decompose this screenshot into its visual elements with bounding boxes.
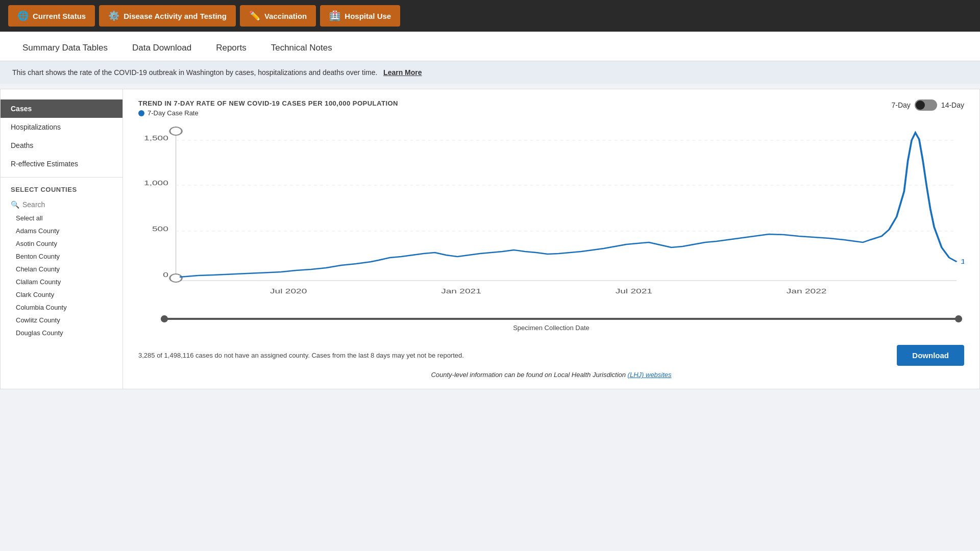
- svg-text:124.3: 124.3: [961, 258, 964, 265]
- lhj-link[interactable]: (LHJ) websites: [628, 371, 672, 379]
- range-slider[interactable]: [159, 316, 964, 322]
- county-note-text: County-level information can be found on…: [431, 371, 626, 379]
- legend-dot: [138, 110, 144, 116]
- county-clark[interactable]: Clark County: [1, 288, 122, 301]
- tab-reports[interactable]: Reports: [204, 37, 259, 61]
- vaccination-button[interactable]: ✏️ Vaccination: [240, 5, 316, 27]
- county-select-all[interactable]: Select all: [1, 212, 122, 224]
- county-search-input[interactable]: [22, 201, 112, 209]
- info-text: This chart shows the rate of the COVID-1…: [12, 68, 377, 77]
- sub-tab-bar: Summary Data Tables Data Download Report…: [0, 32, 980, 61]
- county-asotin[interactable]: Asotin County: [1, 237, 122, 250]
- tab-summary[interactable]: Summary Data Tables: [10, 37, 120, 61]
- current-status-label: Current Status: [33, 12, 86, 20]
- svg-point-9: [170, 127, 182, 135]
- county-benton[interactable]: Benton County: [1, 250, 122, 263]
- pencil-icon: ✏️: [249, 10, 260, 21]
- sidebar-item-r-effective[interactable]: R-effective Estimates: [1, 155, 122, 173]
- slider-track: [161, 318, 962, 320]
- toggle-knob: [916, 101, 925, 110]
- county-cowlitz[interactable]: Cowlitz County: [1, 314, 122, 327]
- legend-label: 7-Day Case Rate: [148, 109, 199, 117]
- svg-text:Jul 2021: Jul 2021: [616, 287, 652, 294]
- chart-svg-container: 1,500 1,000 500 0 Jul 2020 Jan 2021 Jul: [138, 120, 964, 316]
- vaccination-label: Vaccination: [264, 12, 307, 20]
- x-axis-title: Specimen Collection Date: [138, 324, 964, 332]
- svg-text:0: 0: [163, 271, 168, 278]
- svg-point-10: [170, 274, 182, 282]
- county-adams[interactable]: Adams County: [1, 224, 122, 237]
- day-toggle-container: 7-Day 14-Day: [892, 99, 965, 111]
- county-search-container: 🔍: [1, 197, 122, 212]
- sidebar-item-cases[interactable]: Cases: [1, 99, 122, 118]
- sidebar-separator: [1, 177, 122, 178]
- county-footer-note: County-level information can be found on…: [138, 371, 964, 379]
- gear-icon: ⚙️: [108, 10, 119, 21]
- county-columbia[interactable]: Columbia County: [1, 301, 122, 314]
- chart-header: TREND IN 7-DAY RATE OF NEW COVID-19 CASE…: [138, 99, 964, 117]
- slider-thumb-left[interactable]: [161, 315, 168, 322]
- download-button[interactable]: Download: [897, 345, 964, 366]
- chart-area: TREND IN 7-DAY RATE OF NEW COVID-19 CASE…: [123, 89, 979, 389]
- day-toggle-switch[interactable]: [915, 99, 937, 111]
- tab-download[interactable]: Data Download: [120, 37, 204, 61]
- info-bar: This chart shows the rate of the COVID-1…: [0, 61, 980, 84]
- learn-more-link[interactable]: Learn More: [383, 68, 422, 77]
- sidebar-item-hospitalizations[interactable]: Hospitalizations: [1, 118, 122, 136]
- hospital-icon: 🏥: [329, 10, 340, 21]
- footer-note: 3,285 of 1,498,116 cases do not have an …: [138, 352, 464, 359]
- svg-text:Jan 2021: Jan 2021: [441, 287, 481, 294]
- counties-section-title: SELECT COUNTIES: [1, 182, 122, 197]
- tab-technical[interactable]: Technical Notes: [259, 37, 345, 61]
- slider-thumb-right[interactable]: [955, 315, 962, 322]
- toggle-14day-label: 14-Day: [941, 101, 964, 109]
- svg-text:Jan 2022: Jan 2022: [787, 287, 827, 294]
- sidebar-item-deaths[interactable]: Deaths: [1, 136, 122, 155]
- sidebar: Cases Hospitalizations Deaths R-effectiv…: [1, 89, 123, 389]
- chart-left-header: TREND IN 7-DAY RATE OF NEW COVID-19 CASE…: [138, 99, 398, 117]
- top-navigation: 🌐 Current Status ⚙️ Disease Activity and…: [0, 0, 980, 32]
- svg-text:500: 500: [152, 225, 168, 232]
- toggle-7day-label: 7-Day: [892, 101, 911, 109]
- county-chelan[interactable]: Chelan County: [1, 263, 122, 276]
- disease-activity-button[interactable]: ⚙️ Disease Activity and Testing: [99, 5, 236, 27]
- svg-text:Jul 2020: Jul 2020: [270, 287, 307, 294]
- chart-footer: 3,285 of 1,498,116 cases do not have an …: [138, 340, 964, 366]
- disease-activity-label: Disease Activity and Testing: [124, 12, 227, 20]
- svg-text:1,000: 1,000: [144, 179, 168, 186]
- chart-title: TREND IN 7-DAY RATE OF NEW COVID-19 CASE…: [138, 99, 398, 107]
- current-status-button[interactable]: 🌐 Current Status: [8, 5, 95, 27]
- svg-text:1,500: 1,500: [144, 134, 168, 141]
- chart-legend: 7-Day Case Rate: [138, 109, 398, 117]
- search-icon: 🔍: [11, 201, 19, 209]
- county-douglas[interactable]: Douglas County: [1, 327, 122, 339]
- hospital-use-label: Hospital Use: [345, 12, 391, 20]
- hospital-use-button[interactable]: 🏥 Hospital Use: [320, 5, 400, 27]
- main-content: Cases Hospitalizations Deaths R-effectiv…: [0, 89, 980, 389]
- county-clallam[interactable]: Clallam County: [1, 276, 122, 288]
- globe-icon: 🌐: [17, 10, 29, 21]
- trend-chart: 1,500 1,000 500 0 Jul 2020 Jan 2021 Jul: [138, 120, 964, 314]
